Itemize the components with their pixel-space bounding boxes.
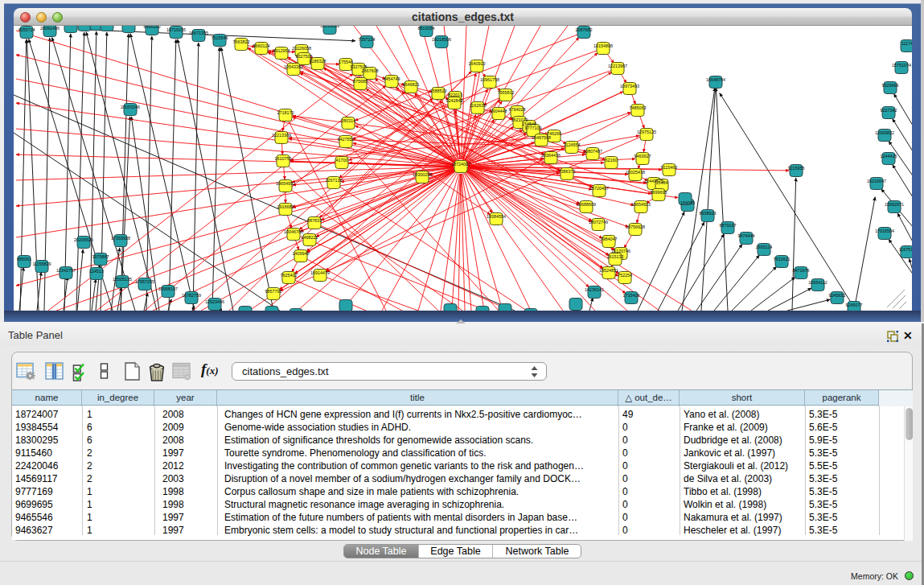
svg-text:23226058: 23226058 <box>292 46 311 51</box>
svg-text:6466160: 6466160 <box>144 26 161 29</box>
svg-text:1640910: 1640910 <box>469 61 486 66</box>
svg-text:18300295: 18300295 <box>413 172 432 177</box>
svg-text:9984047: 9984047 <box>601 237 618 241</box>
svg-text:10961758: 10961758 <box>480 77 499 82</box>
svg-text:7386372: 7386372 <box>559 169 576 174</box>
svg-text:9329966: 9329966 <box>882 83 899 88</box>
svg-text:875685: 875685 <box>353 79 368 84</box>
svg-text:7632621: 7632621 <box>774 257 791 262</box>
svg-text:20364436: 20364436 <box>541 153 561 158</box>
svg-text:9427552: 9427552 <box>338 137 355 142</box>
svg-text:7663822: 7663822 <box>233 39 250 44</box>
svg-text:20206526: 20206526 <box>74 237 93 242</box>
svg-text:1167534: 1167534 <box>899 247 912 252</box>
svg-text:1733426: 1733426 <box>623 293 640 298</box>
svg-text:9227342: 9227342 <box>881 108 897 113</box>
svg-text:7955812: 7955812 <box>498 90 515 95</box>
svg-text:16210647: 16210647 <box>867 179 886 183</box>
svg-text:9245652: 9245652 <box>829 293 846 298</box>
svg-text:20053346: 20053346 <box>121 105 140 109</box>
svg-text:8186328: 8186328 <box>310 59 326 64</box>
svg-text:3975867: 3975867 <box>92 254 109 259</box>
svg-text:887833: 887833 <box>307 218 322 223</box>
svg-text:16671355: 16671355 <box>189 31 208 35</box>
svg-text:1610755: 1610755 <box>275 156 292 161</box>
svg-text:114513: 114513 <box>89 269 104 274</box>
svg-text:7485063: 7485063 <box>630 105 647 110</box>
svg-text:9605378: 9605378 <box>63 26 80 27</box>
svg-text:10973493: 10973493 <box>620 84 639 89</box>
svg-text:7515546: 7515546 <box>211 35 228 40</box>
svg-text:62160: 62160 <box>606 158 618 163</box>
svg-text:16120746: 16120746 <box>611 249 630 253</box>
svg-text:1615132: 1615132 <box>607 254 624 259</box>
svg-text:19654923: 19654923 <box>631 202 651 207</box>
svg-text:12505135: 12505135 <box>113 277 132 282</box>
svg-text:16782759: 16782759 <box>182 293 201 298</box>
svg-text:2718170: 2718170 <box>277 110 294 115</box>
svg-text:8938923: 8938923 <box>700 211 717 216</box>
svg-text:14136141: 14136141 <box>585 287 604 292</box>
svg-text:10719155: 10719155 <box>166 27 186 32</box>
svg-text:9904448: 9904448 <box>491 109 507 113</box>
svg-text:10543382: 10543382 <box>284 64 303 69</box>
svg-text:19524851: 19524851 <box>599 268 618 273</box>
svg-text:4055714: 4055714 <box>18 27 35 32</box>
svg-text:12213369: 12213369 <box>272 133 291 138</box>
svg-text:6794028: 6794028 <box>509 107 526 112</box>
svg-text:2087682: 2087682 <box>576 27 593 32</box>
svg-text:12975125: 12975125 <box>637 130 656 134</box>
svg-text:3124554: 3124554 <box>564 142 581 147</box>
svg-text:6879197: 6879197 <box>720 223 737 228</box>
svg-text:2867608: 2867608 <box>362 68 379 73</box>
svg-text:9777109: 9777109 <box>525 126 542 130</box>
svg-text:10654112: 10654112 <box>808 280 827 285</box>
svg-text:9242843: 9242843 <box>446 98 463 103</box>
svg-text:10154808: 10154808 <box>593 43 613 48</box>
svg-text:10807487: 10807487 <box>583 149 602 154</box>
svg-text:9857791: 9857791 <box>265 289 282 294</box>
svg-text:17016504: 17016504 <box>875 229 894 233</box>
svg-text:822013: 822013 <box>448 93 462 97</box>
svg-text:1527602: 1527602 <box>121 26 138 27</box>
svg-text:18724007: 18724007 <box>451 162 470 167</box>
svg-text:12093822: 12093822 <box>875 130 894 135</box>
svg-text:10046788: 10046788 <box>284 229 303 234</box>
svg-text:9699695: 9699695 <box>651 190 667 195</box>
svg-text:9646821: 9646821 <box>403 82 420 87</box>
svg-text:7625402: 7625402 <box>281 273 298 278</box>
svg-text:15720407: 15720407 <box>589 186 609 191</box>
svg-text:15484: 15484 <box>656 180 668 185</box>
svg-text:1498222: 1498222 <box>302 235 318 240</box>
svg-text:985061: 985061 <box>17 257 31 262</box>
svg-text:9474444: 9474444 <box>738 233 755 238</box>
svg-text:280314: 280314 <box>341 118 355 123</box>
svg-text:12213967: 12213967 <box>608 64 627 68</box>
svg-text:8471676: 8471676 <box>793 268 810 273</box>
svg-text:10025438: 10025438 <box>626 170 645 175</box>
svg-text:17359928: 17359928 <box>111 236 130 241</box>
svg-text:1162635: 1162635 <box>470 103 487 108</box>
svg-text:1244415: 1244415 <box>881 154 897 159</box>
svg-text:7357224: 7357224 <box>359 37 376 42</box>
svg-text:16648764: 16648764 <box>706 77 725 82</box>
svg-text:3267130: 3267130 <box>326 178 343 183</box>
svg-text:20091406: 20091406 <box>40 26 60 31</box>
svg-text:8912954: 8912954 <box>273 48 290 53</box>
svg-text:752254: 752254 <box>618 273 632 278</box>
svg-text:10958107: 10958107 <box>158 286 178 291</box>
svg-text:41700: 41700 <box>336 158 348 163</box>
svg-text:9245077: 9245077 <box>846 303 863 307</box>
svg-text:1588520: 1588520 <box>430 89 447 93</box>
svg-text:3215955: 3215955 <box>788 166 805 171</box>
svg-text:19218506: 19218506 <box>432 37 451 42</box>
svg-text:19756928: 19756928 <box>626 225 645 229</box>
svg-text:12923446: 12923446 <box>205 299 224 304</box>
svg-text:19384554: 19384554 <box>487 214 506 219</box>
svg-text:164095: 164095 <box>680 200 695 205</box>
svg-text:8660124: 8660124 <box>253 43 270 48</box>
svg-text:8454749: 8454749 <box>384 76 400 81</box>
svg-text:10688609: 10688609 <box>577 202 596 207</box>
svg-text:1409948: 1409948 <box>293 251 310 256</box>
svg-text:11156829: 11156829 <box>32 262 51 266</box>
